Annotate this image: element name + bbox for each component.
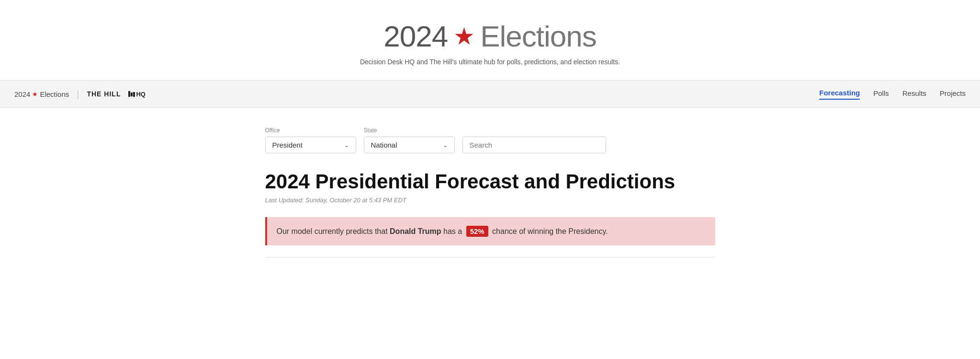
nav-forecasting[interactable]: Forecasting [819,89,860,100]
ddhq-label: HQ [136,91,146,98]
navbar-divider: | [77,89,79,100]
hero-subtitle: Decision Desk HQ and The Hill's ultimate… [10,58,970,66]
state-chevron-icon: ⌄ [443,142,448,149]
prediction-text-middle: has a [441,227,464,235]
bottom-divider [265,257,715,257]
prediction-percent: 52% [466,226,488,237]
office-label: Office [265,127,356,134]
state-select[interactable]: National ⌄ [364,137,455,153]
brand-star: ★ [32,91,38,98]
office-filter-group: Office President ⌄ [265,127,356,153]
last-updated: Last Updated: Sunday, October 20 at 5:43… [265,197,715,204]
nav-polls[interactable]: Polls [873,89,889,99]
filters-row: Office President ⌄ State National ⌄ [265,127,715,153]
search-input[interactable] [462,137,606,153]
the-hill-logo[interactable]: THE HILL [87,90,121,98]
state-value: National [371,141,397,149]
brand-logo[interactable]: 2024 ★ Elections [14,90,69,98]
hero-star: ★ [453,23,474,50]
state-label: State [364,127,455,134]
navbar: 2024 ★ Elections | THE HILL HQ Forecasti… [0,80,980,108]
ddhq-logo[interactable]: HQ [128,91,146,98]
nav-results[interactable]: Results [902,89,926,99]
nav-projects[interactable]: Projects [940,89,966,99]
prediction-candidate: Donald Trump [390,227,441,235]
office-value: President [272,141,303,149]
ddhq-icon [128,91,135,97]
prediction-text-after: chance of winning the Presidency. [490,227,608,235]
brand-elections: Elections [40,90,69,98]
hero-title: 2024 ★ Elections [10,19,970,53]
hero-year: 2024 [383,19,448,53]
prediction-text-before: Our model currently predicts that [277,227,390,235]
brand-year: 2024 [14,90,30,98]
office-chevron-icon: ⌄ [344,142,349,149]
page-heading: 2024 Presidential Forecast and Predictio… [265,171,715,193]
main-content: Office President ⌄ State National ⌄ 2024… [251,108,730,267]
navbar-left: 2024 ★ Elections | THE HILL HQ [14,89,146,100]
hero-elections: Elections [480,19,597,53]
navbar-right: Forecasting Polls Results Projects [819,89,966,100]
hero-section: 2024 ★ Elections Decision Desk HQ and Th… [0,0,980,80]
office-select[interactable]: President ⌄ [265,137,356,153]
prediction-banner: Our model currently predicts that Donald… [265,217,715,245]
state-filter-group: State National ⌄ [364,127,455,153]
